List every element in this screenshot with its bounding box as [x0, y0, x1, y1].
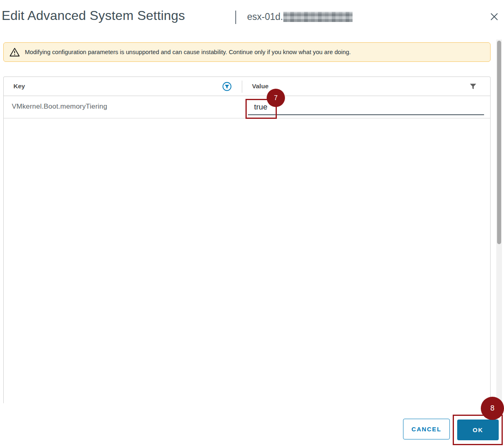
- settings-table: Key Value VMkernel.Boot.memoryTiering: [3, 76, 491, 403]
- cancel-button[interactable]: CANCEL: [403, 419, 450, 439]
- table-header-row: Key Value: [4, 77, 490, 96]
- value-filter-funnel-icon[interactable]: [469, 83, 477, 90]
- close-button[interactable]: [489, 12, 500, 23]
- warning-banner: Modifying configuration parameters is un…: [3, 42, 491, 62]
- annotation-badge-7: 7: [267, 89, 285, 107]
- setting-key-label: VMkernel.Boot.memoryTiering: [12, 103, 107, 111]
- warning-text: Modifying configuration parameters is un…: [25, 49, 351, 55]
- title-divider: [235, 11, 236, 24]
- column-header-key: Key: [13, 83, 25, 90]
- host-name: esx-01d.: [247, 11, 353, 22]
- vertical-scrollbar-track[interactable]: [496, 39, 502, 403]
- close-icon: [489, 12, 499, 23]
- key-filter-active-icon[interactable]: [222, 82, 232, 91]
- warning-triangle-icon: [9, 47, 20, 57]
- table-row[interactable]: VMkernel.Boot.memoryTiering: [4, 96, 490, 118]
- column-header-value: Value: [252, 83, 269, 90]
- ok-button[interactable]: OK: [457, 420, 499, 440]
- host-name-prefix: esx-01d.: [247, 11, 283, 22]
- annotation-badge-8: 8: [481, 397, 504, 420]
- edit-advanced-system-settings-dialog: Edit Advanced System Settings esx-01d. M…: [0, 0, 504, 448]
- column-divider: [242, 81, 242, 93]
- vertical-scrollbar-thumb[interactable]: [497, 41, 501, 244]
- redacted-hostname-blur: [283, 12, 353, 22]
- dialog-title: Edit Advanced System Settings: [2, 8, 185, 23]
